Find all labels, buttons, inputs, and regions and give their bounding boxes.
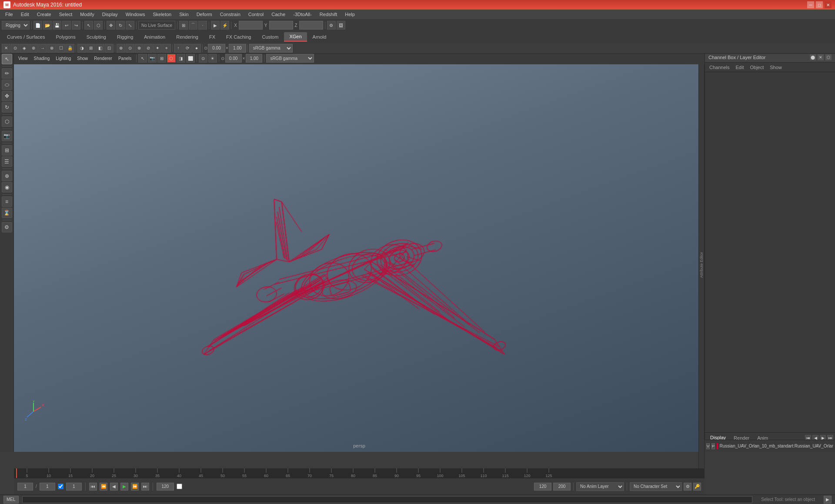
step-back-btn[interactable]: ⏪ [100,483,107,491]
camera-tool[interactable]: 📷 [2,131,12,141]
close-button[interactable]: ✕ [825,1,832,8]
menu-skeleton[interactable]: Skeleton [149,11,175,18]
show-menu[interactable]: Show [767,64,785,71]
tab-rigging[interactable]: Rigging [112,32,138,42]
render-button[interactable]: ▶ [211,21,220,30]
current-frame-display[interactable] [17,483,33,491]
paint-tool[interactable]: ✏ [2,68,12,79]
auto-key-btn[interactable]: 🔑 [693,483,701,491]
icon-btn-10[interactable]: ⊞ [87,44,95,53]
char-set-btn[interactable]: ⚙ [684,483,691,491]
select-tool[interactable]: ↖ [2,54,12,64]
renderer-menu-btn[interactable]: Renderer [91,54,115,63]
render-view-button[interactable]: 🖼 [337,21,345,30]
tab-sculpting[interactable]: Sculpting [81,32,111,42]
anim-value-input1[interactable] [208,44,225,53]
vp-wireframe-btn[interactable]: ⬡ [167,54,176,63]
main-viewport[interactable]: View Shading Lighting Show Renderer Pane… [14,52,705,452]
exposure-input[interactable] [225,54,242,63]
polygon-tool[interactable]: ⬡ [2,116,12,127]
sculpt-tool[interactable]: ⬭ [2,80,12,90]
maximize-button[interactable]: □ [816,1,823,8]
new-scene-button[interactable]: 📄 [33,21,42,30]
panels-menu-btn[interactable]: Panels [116,54,134,63]
icon-btn-17[interactable]: ✦ [153,44,162,53]
anim-start-input[interactable] [534,483,551,491]
menu-redshift[interactable]: Redshift [316,11,341,18]
panel-close-btn[interactable]: ✕ [818,54,824,60]
tab-polygons[interactable]: Polygons [50,32,80,42]
menu-select[interactable]: Select [56,11,76,18]
frame-checkbox[interactable] [58,484,63,489]
step-fwd-btn[interactable]: ⏩ [131,483,139,491]
y-value-input[interactable] [269,21,293,30]
undo-button[interactable]: ↩ [62,21,71,30]
vp-color-mode-dropdown[interactable]: sRGB gamma [266,54,314,63]
panel-float-btn[interactable]: ⬡ [825,54,832,60]
mel-tab-btn[interactable]: MEL [3,496,19,504]
icon-btn-4[interactable]: ⊕ [29,44,38,53]
script-exec-btn[interactable]: ▶ [824,496,832,504]
icon-btn-6[interactable]: ⊗ [47,44,56,53]
menu-control[interactable]: Control [245,11,267,18]
snap-toggle[interactable]: ⊕ [2,171,12,181]
character-set-dropdown[interactable]: No Character Set [630,482,682,491]
icon-btn-12[interactable]: ⊡ [105,44,114,53]
menu-cache[interactable]: Cache [268,11,289,18]
menu-create[interactable]: Create [33,11,55,18]
vp-isolate-btn[interactable]: ⊙ [199,54,207,63]
frame-count-input[interactable] [66,483,82,491]
menu-file[interactable]: File [2,11,17,18]
history-btn[interactable]: ⌛ [2,208,12,218]
open-scene-button[interactable]: 📂 [43,21,52,30]
move-tool-left[interactable]: ✥ [2,91,12,101]
snap-grid-button[interactable]: ⊞ [179,21,188,30]
color-mode-dropdown[interactable]: sRGB gamma [249,44,293,53]
select-tool-button[interactable]: ↖ [84,21,93,30]
range-end-input[interactable] [157,483,174,491]
anim-end-input[interactable] [553,483,571,491]
soft-select[interactable]: ◉ [2,182,12,192]
start-frame-input[interactable] [40,483,55,491]
menu-help[interactable]: Help [341,11,358,18]
play-back-btn[interactable]: ◀ [110,483,118,491]
menu-edit[interactable]: Edit [17,11,33,18]
menu-modify[interactable]: Modify [77,11,97,18]
anim-value-input2[interactable] [229,44,246,53]
scale-tool-button[interactable]: ⤡ [126,21,134,30]
menu-3dtoall[interactable]: -3DtoAll- [290,11,315,18]
rotate-tool-left[interactable]: ↻ [2,102,12,113]
range-checkbox[interactable] [177,484,182,489]
go-to-end-btn[interactable]: ⏭ [141,483,149,491]
tab-fx[interactable]: FX [204,32,220,42]
layer-type-btn[interactable]: P [711,443,715,449]
tab-fx-caching[interactable]: FX Caching [221,32,256,42]
x-value-input[interactable] [239,21,263,30]
vp-camera-btn[interactable]: 📷 [148,54,157,63]
gamma-input[interactable] [246,54,262,63]
icon-btn-7[interactable]: ☐ [57,44,65,53]
settings-left[interactable]: ⚙ [2,222,12,232]
icon-btn-2[interactable]: ⊙ [11,44,20,53]
menu-windows[interactable]: Windows [122,11,149,18]
menu-display[interactable]: Display [99,11,121,18]
tab-custom[interactable]: Custom [257,32,284,42]
redo-button[interactable]: ↪ [72,21,80,30]
rotate-tool-button[interactable]: ↻ [116,21,125,30]
vp-shaded-btn[interactable]: ◨ [177,54,185,63]
go-to-start-btn[interactable]: ⏮ [89,483,97,491]
icon-btn-16[interactable]: ⊘ [144,44,153,53]
timeline-ruler[interactable]: 5 10 15 20 25 30 35 40 45 50 55 60 65 [14,468,705,478]
tab-animation[interactable]: Animation [139,32,170,42]
icon-btn-11[interactable]: ◧ [96,44,104,53]
play-fwd-btn[interactable]: ▶ [120,483,128,491]
minimize-button[interactable]: ─ [807,1,814,8]
grid-toggle[interactable]: ⊞ [2,145,12,156]
lasso-select-button[interactable]: ⬡ [94,21,103,30]
layer-color-swatch[interactable] [717,443,718,449]
icon-btn-13[interactable]: ⊕ [117,44,125,53]
menu-deform[interactable]: Deform [193,11,216,18]
icon-btn-5[interactable]: → [38,44,47,53]
icon-btn-3[interactable]: ◈ [20,44,29,53]
vp-textured-btn[interactable]: ⬜ [186,54,195,63]
